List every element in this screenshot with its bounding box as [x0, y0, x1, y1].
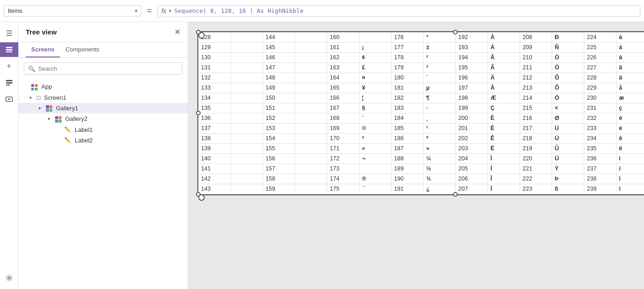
media-icon-btn[interactable]: [2, 92, 17, 107]
formula-chevron-icon[interactable]: ▾: [169, 8, 171, 13]
formula-text: Sequence( 8, 128, 16 ) As HighNibble: [174, 7, 303, 14]
cell-num: 155: [263, 143, 295, 153]
table-row: 138154170ª186º202Ê218Ú234ê250ú: [198, 133, 644, 143]
cell-char: Ö: [552, 93, 584, 103]
menu-icon-btn[interactable]: ☰: [2, 26, 17, 40]
cell-num: 201: [455, 123, 487, 133]
cell-char: Ê: [487, 133, 520, 143]
cell-num: 180: [391, 73, 423, 83]
cell-num: 152: [263, 113, 295, 123]
expand-gallery1-icon: ▾: [39, 106, 44, 111]
cell-char: Û: [552, 143, 584, 153]
cell-char: Ì: [487, 153, 520, 164]
tree-item-screen1[interactable]: ▾ □ Screen1: [18, 92, 188, 103]
cell-num: 130: [198, 52, 230, 62]
table-row: 140156172¬188¼204Ì220Ü236ì252ü: [198, 153, 644, 164]
handle-top-middle[interactable]: [453, 30, 458, 34]
cell-char: å: [616, 83, 644, 93]
cell-char: ´: [423, 73, 455, 83]
tree-item-gallery1[interactable]: ▾ Gallery1 ···: [18, 103, 188, 114]
cell-num: 211: [520, 62, 552, 73]
data-icon-btn[interactable]: [2, 75, 17, 90]
cell-char: £: [359, 62, 391, 73]
handle-bottom-middle[interactable]: [453, 192, 458, 197]
cell-num: 202: [455, 133, 487, 143]
cell-num: 220: [520, 153, 552, 164]
handle-middle-left[interactable]: [196, 111, 201, 115]
tree-item-label2[interactable]: ✏️ Label2: [18, 135, 188, 146]
cell-char: [230, 103, 263, 113]
table-row: 131147163£179³195Ã211Ó227ã243ó: [198, 62, 644, 73]
cell-char: [295, 133, 327, 143]
tab-screens[interactable]: Screens: [26, 42, 60, 57]
cell-num: 193: [455, 42, 487, 52]
cell-char: é: [616, 123, 644, 133]
equals-sign: =: [145, 6, 154, 16]
cell-char: [230, 133, 263, 143]
formula-bar[interactable]: fx ▾ Sequence( 8, 128, 16 ) As HighNibbl…: [157, 5, 640, 17]
cell-char: ì: [616, 153, 644, 164]
cell-num: 172: [327, 153, 359, 164]
cell-char: Â: [487, 52, 520, 62]
cell-char: È: [487, 113, 520, 123]
main-layout: ☰ +: [0, 22, 644, 289]
cell-num: 140: [198, 153, 230, 164]
cell-num: 189: [391, 164, 423, 174]
cell-num: 196: [455, 73, 487, 83]
cell-char: [230, 174, 263, 184]
cell-num: 163: [327, 62, 359, 73]
cell-char: [230, 83, 263, 93]
layers-icon-btn[interactable]: [0, 42, 18, 57]
settings-icon-btn[interactable]: [2, 271, 17, 285]
cell-num: 176: [391, 32, 423, 42]
cell-num: 222: [520, 174, 552, 184]
cell-char: [359, 164, 391, 174]
cell-num: 159: [263, 184, 295, 194]
handle-bottom-left[interactable]: [196, 192, 201, 197]
cell-char: Ü: [552, 153, 584, 164]
search-icon: 🔍: [28, 65, 35, 72]
cell-num: 187: [391, 143, 423, 153]
tab-components[interactable]: Components: [60, 42, 105, 57]
cell-num: 178: [391, 52, 423, 62]
svg-rect-2: [6, 51, 12, 52]
expand-screen1-icon: ▾: [29, 95, 35, 100]
tree-item-label1[interactable]: ✏️ Label1: [18, 125, 188, 135]
cell-num: 215: [520, 103, 552, 113]
close-button[interactable]: ✕: [174, 28, 180, 36]
cell-num: 198: [455, 93, 487, 103]
cell-num: 219: [520, 143, 552, 153]
cell-num: 239: [584, 184, 616, 194]
cell-char: Ó: [552, 62, 584, 73]
search-input[interactable]: [38, 65, 178, 72]
cell-char: Å: [487, 83, 520, 93]
cell-num: 227: [584, 62, 616, 73]
content-area: 128144160176°192À208Ð224à240ð129145161¡1…: [188, 22, 644, 289]
tree-item-app[interactable]: App: [18, 81, 188, 92]
cell-num: 147: [263, 62, 295, 73]
cell-char: [359, 32, 391, 42]
tree-tabs: Screens Components: [18, 42, 188, 58]
table-row: 136152168¨184¸200È216Ø232è248ø: [198, 113, 644, 123]
cell-num: 199: [455, 103, 487, 113]
cell-char: [295, 174, 327, 184]
svg-rect-5: [6, 85, 10, 85]
add-icon-btn[interactable]: +: [2, 59, 17, 74]
handle-top-left[interactable]: [196, 30, 201, 34]
tree-header: Tree view ✕: [18, 22, 188, 42]
cell-char: Ã: [487, 62, 520, 73]
cell-num: 131: [198, 62, 230, 73]
cell-num: 186: [391, 133, 423, 143]
items-dropdown[interactable]: Items ▾: [4, 5, 141, 17]
gallery2-icon: [55, 115, 62, 123]
cell-num: 164: [327, 73, 359, 83]
cell-num: 181: [391, 83, 423, 93]
cell-num: 210: [520, 52, 552, 62]
tree-item-gallery2[interactable]: ▾ Gallery2: [18, 113, 188, 125]
cell-char: Ï: [487, 184, 520, 194]
svg-rect-3: [6, 80, 12, 81]
cell-char: Î: [487, 174, 520, 184]
cell-char: Á: [487, 42, 520, 52]
cell-num: 233: [584, 123, 616, 133]
label1-icon: ✏️: [64, 126, 71, 133]
